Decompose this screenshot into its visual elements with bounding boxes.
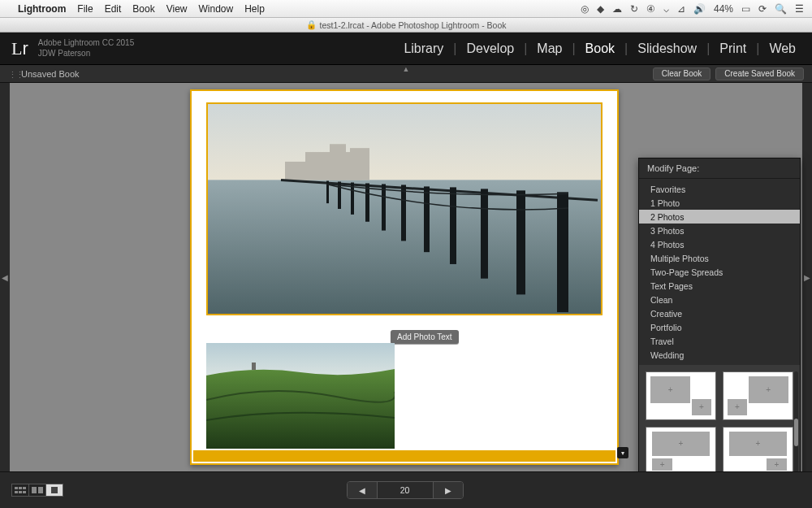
page-selection: Add Photo Text (190, 89, 619, 465)
bluetooth-icon[interactable]: ⌵ (663, 3, 669, 15)
svg-rect-20 (15, 487, 18, 489)
status-icon[interactable]: ◎ (581, 3, 589, 15)
panel-collapse-top-icon[interactable]: ▲ (403, 65, 410, 73)
menu-edit[interactable]: Edit (105, 3, 122, 15)
modify-page-title: Modify Page: (639, 158, 800, 179)
volume-icon[interactable]: 🔊 (693, 3, 706, 15)
svg-rect-26 (32, 487, 37, 493)
layout-cat-clean[interactable]: Clean (639, 293, 800, 306)
svg-rect-14 (365, 183, 369, 221)
window-titlebar: 🔒 test1-2.lrcat - Adobe Photoshop Lightr… (0, 18, 812, 33)
sync-icon[interactable]: ⟳ (758, 3, 767, 15)
layout-cat-4photos[interactable]: 4 Photos (639, 237, 800, 251)
view-multipage-icon[interactable] (11, 484, 29, 497)
view-mode-switch (11, 484, 63, 497)
page-options-icon[interactable]: ▾ (617, 447, 628, 458)
svg-rect-19 (252, 363, 256, 370)
svg-rect-8 (516, 190, 525, 294)
landscape-photo (206, 343, 395, 449)
module-picker: Library| Develop| Map| Book| Slideshow| … (399, 41, 801, 56)
layout-template[interactable]: + + (723, 371, 793, 420)
macos-menubar: Lightroom File Edit Book View Window Hel… (0, 0, 812, 18)
page-number[interactable]: 20 (377, 482, 434, 498)
doc-title: Unsaved Book (21, 69, 80, 79)
lightroom-logo: Lr (11, 38, 28, 59)
wifi-icon[interactable]: ⊿ (677, 3, 685, 15)
battery-label: 44% (714, 3, 733, 15)
workspace: Add Photo Text (10, 83, 802, 471)
layout-cat-2photos[interactable]: 2 Photos (639, 210, 800, 224)
layout-cat-portfolio[interactable]: Portfolio (639, 320, 800, 334)
layout-template[interactable]: + + (646, 427, 716, 475)
spotlight-icon[interactable]: 🔍 (775, 3, 787, 15)
status-icon[interactable]: ◆ (597, 3, 604, 15)
svg-rect-18 (206, 343, 395, 376)
app-header: Lr Adobe Lightroom CC 2015 JDW Paterson … (0, 33, 812, 65)
layout-cat-favorites[interactable]: Favorites (639, 182, 800, 196)
layout-cat-textpages[interactable]: Text Pages (639, 279, 800, 293)
grip-icon[interactable] (8, 70, 16, 78)
module-library[interactable]: Library (399, 41, 448, 56)
module-slideshow[interactable]: Slideshow (633, 41, 702, 56)
create-saved-book-button[interactable]: Create Saved Book (715, 67, 804, 80)
lock-icon: 🔒 (306, 20, 317, 30)
page-navigator: ◀ 20 ▶ (347, 481, 464, 499)
svg-rect-22 (23, 487, 26, 489)
menu-view[interactable]: View (166, 3, 188, 15)
right-panel-toggle[interactable]: ▶ (802, 83, 812, 471)
photo-cell-primary[interactable] (206, 102, 603, 315)
next-page-button[interactable]: ▶ (434, 482, 463, 498)
book-page[interactable]: Add Photo Text (190, 89, 619, 465)
clear-book-button[interactable]: Clear Book (653, 67, 710, 80)
svg-rect-0 (208, 104, 601, 180)
cloud-icon[interactable]: ☁ (612, 3, 622, 15)
menu-book[interactable]: Book (132, 3, 154, 15)
identity-user: JDW Paterson (38, 49, 134, 59)
module-web[interactable]: Web (764, 41, 801, 56)
layout-cat-twopage[interactable]: Two-Page Spreads (639, 265, 800, 279)
menu-file[interactable]: File (77, 3, 93, 15)
module-develop[interactable]: Develop (461, 41, 519, 56)
layout-template[interactable]: + + (646, 371, 716, 420)
seascape-photo (208, 104, 601, 314)
modify-page-panel: Modify Page: Favorites 1 Photo 2 Photos … (638, 158, 801, 508)
menu-help[interactable]: Help (244, 3, 265, 15)
layout-template[interactable]: + + (723, 427, 793, 475)
layout-category-list: Favorites 1 Photo 2 Photos 3 Photos 4 Ph… (639, 179, 800, 365)
clock-icon[interactable]: ④ (646, 3, 655, 15)
svg-rect-21 (19, 487, 22, 489)
menubar-app[interactable]: Lightroom (18, 3, 66, 15)
svg-rect-27 (38, 487, 43, 493)
prev-page-button[interactable]: ◀ (348, 482, 377, 498)
svg-rect-28 (51, 487, 58, 493)
layout-cat-1photo[interactable]: 1 Photo (639, 196, 800, 210)
product-line: Adobe Lightroom CC 2015 (38, 38, 134, 49)
module-print[interactable]: Print (715, 41, 751, 56)
book-toolbar: ◀ 20 ▶ (0, 471, 812, 508)
svg-rect-11 (424, 186, 430, 252)
window-title: test1-2.lrcat - Adobe Photoshop Lightroo… (320, 20, 507, 30)
module-map[interactable]: Map (532, 41, 567, 56)
svg-rect-10 (450, 187, 456, 264)
layout-cat-wedding[interactable]: Wedding (639, 348, 800, 362)
svg-rect-4 (350, 148, 369, 180)
view-singlepage-icon[interactable] (45, 484, 63, 497)
left-panel-toggle[interactable]: ◀ (0, 83, 10, 471)
layout-cat-multiple[interactable]: Multiple Photos (639, 251, 800, 265)
svg-rect-25 (23, 491, 26, 493)
view-spread-icon[interactable] (28, 484, 46, 497)
svg-rect-24 (19, 491, 22, 493)
photo-cell-secondary[interactable] (206, 343, 395, 449)
svg-rect-9 (481, 189, 488, 278)
layout-cat-travel[interactable]: Travel (639, 334, 800, 348)
menu-window[interactable]: Window (199, 3, 234, 15)
battery-icon[interactable]: ▭ (741, 3, 750, 15)
module-book[interactable]: Book (581, 41, 620, 56)
menu-icon[interactable]: ☰ (795, 3, 804, 15)
svg-rect-13 (382, 184, 386, 230)
layout-cat-3photos[interactable]: 3 Photos (639, 224, 800, 237)
sync-icon[interactable]: ↻ (630, 3, 638, 15)
add-photo-text-button[interactable]: Add Photo Text (391, 330, 459, 344)
svg-rect-5 (285, 162, 309, 180)
layout-cat-creative[interactable]: Creative (639, 306, 800, 320)
